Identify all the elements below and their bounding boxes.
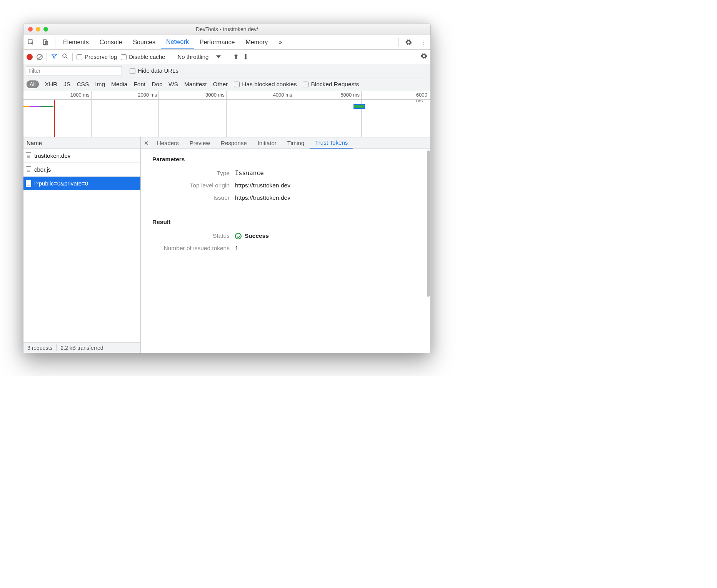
main-tabs-bar: Elements Console Sources Network Perform…: [23, 35, 430, 50]
tab-console[interactable]: Console: [94, 35, 128, 49]
detail-tabs: ✕ Headers Preview Response Initiator Tim…: [141, 137, 430, 149]
tab-performance[interactable]: Performance: [194, 35, 240, 49]
network-toolbar: Preserve log Disable cache No throttling…: [23, 50, 430, 64]
request-row[interactable]: cbor.js: [23, 163, 140, 177]
section-parameters: Parameters: [152, 156, 419, 163]
titlebar: DevTools - trusttoken.dev/: [23, 23, 430, 35]
filter-icon[interactable]: [51, 53, 58, 61]
request-name: cbor.js: [34, 166, 51, 173]
chevron-down-icon: [216, 55, 221, 58]
detail-tab-trust-tokens[interactable]: Trust Tokens: [310, 137, 353, 149]
device-icon[interactable]: [38, 35, 53, 50]
label-issuer: Issuer: [152, 194, 235, 201]
column-header-name[interactable]: Name: [23, 137, 140, 149]
record-icon[interactable]: [27, 54, 33, 60]
request-name: i?public=0&private=0: [34, 180, 88, 187]
value-top-origin: https://trusttoken.dev: [235, 182, 290, 189]
filter-ws[interactable]: WS: [168, 81, 178, 88]
tab-network[interactable]: Network: [161, 35, 194, 49]
detail-tab-headers[interactable]: Headers: [152, 137, 184, 149]
detail-pane: ✕ Headers Preview Response Initiator Tim…: [141, 137, 430, 353]
blocked-requests-checkbox[interactable]: Blocked Requests: [303, 81, 359, 88]
svg-rect-1: [43, 40, 47, 44]
svg-point-3: [63, 54, 66, 57]
filter-other[interactable]: Other: [213, 81, 228, 88]
overview-selection: [353, 104, 365, 109]
overview-bar: [23, 106, 30, 107]
close-icon[interactable]: ✕: [141, 140, 152, 147]
detail-tab-preview[interactable]: Preview: [184, 137, 215, 149]
filter-xhr[interactable]: XHR: [45, 81, 58, 88]
main-area: Name trusttoken.dev cbor.js i?public=0&p…: [23, 137, 430, 353]
document-icon: [26, 166, 31, 173]
value-issuer: https://trusttoken.dev: [235, 194, 290, 201]
upload-icon[interactable]: ⬆: [233, 53, 239, 61]
clear-icon[interactable]: [37, 54, 43, 60]
request-list-footer: 3 requests 2.2 kB transferred: [23, 342, 140, 353]
filter-all[interactable]: All: [27, 80, 39, 88]
waterfall-overview[interactable]: 1000 ms 2000 ms 3000 ms 4000 ms 5000 ms …: [23, 91, 430, 137]
document-icon: [26, 180, 31, 187]
tab-sources[interactable]: Sources: [127, 35, 161, 49]
request-list: Name trusttoken.dev cbor.js i?public=0&p…: [23, 137, 141, 353]
section-result: Result: [152, 219, 419, 226]
detail-tab-initiator[interactable]: Initiator: [252, 137, 282, 149]
filter-font[interactable]: Font: [133, 81, 145, 88]
disable-cache-checkbox[interactable]: Disable cache: [121, 53, 165, 60]
label-status: Status: [152, 232, 235, 239]
hide-data-urls-checkbox[interactable]: Hide data URLs: [130, 67, 178, 74]
preserve-log-checkbox[interactable]: Preserve log: [77, 53, 117, 60]
label-type: Type: [152, 170, 235, 177]
label-issued-tokens: Number of issued tokens: [152, 245, 235, 252]
success-icon: [235, 233, 242, 239]
overview-bar: [30, 106, 40, 107]
label-top-origin: Top level origin: [152, 182, 235, 189]
gear-icon[interactable]: [401, 35, 416, 50]
detail-tab-timing[interactable]: Timing: [282, 137, 310, 149]
overview-load-line: [54, 100, 55, 137]
request-name: trusttoken.dev: [34, 152, 70, 159]
tab-memory[interactable]: Memory: [240, 35, 273, 49]
tab-elements[interactable]: Elements: [58, 35, 94, 49]
type-filter-row: All XHR JS CSS Img Media Font Doc WS Man…: [23, 77, 430, 91]
filter-doc[interactable]: Doc: [152, 81, 162, 88]
value-type: Issuance: [235, 170, 264, 177]
has-blocked-cookies-checkbox[interactable]: Has blocked cookies: [234, 81, 297, 88]
filter-row: Hide data URLs: [23, 64, 430, 77]
request-row[interactable]: i?public=0&private=0: [23, 177, 140, 190]
gear-icon[interactable]: [420, 53, 427, 61]
tabs-overflow[interactable]: »: [273, 35, 287, 49]
filter-img[interactable]: Img: [95, 81, 105, 88]
filter-css[interactable]: CSS: [77, 81, 89, 88]
window-title: DevTools - trusttoken.dev/: [23, 26, 430, 32]
value-status: Success: [245, 232, 269, 239]
filter-manifest[interactable]: Manifest: [184, 81, 207, 88]
overview-bar: [40, 106, 53, 107]
detail-tab-response[interactable]: Response: [215, 137, 252, 149]
requests-count: 3 requests: [23, 345, 56, 351]
throttling-select[interactable]: No throttling: [173, 53, 225, 60]
search-icon[interactable]: [62, 53, 68, 61]
filter-input[interactable]: [26, 66, 122, 75]
value-issued-tokens: 1: [235, 245, 238, 252]
filter-media[interactable]: Media: [111, 81, 127, 88]
scrollbar[interactable]: [427, 150, 430, 297]
inspect-icon[interactable]: [23, 35, 38, 50]
download-icon[interactable]: ⬇: [243, 53, 248, 61]
devtools-window: DevTools - trusttoken.dev/ Elements Cons…: [23, 23, 431, 353]
request-row[interactable]: trusttoken.dev: [23, 149, 140, 163]
document-icon: [26, 152, 31, 159]
transferred-size: 2.2 kB transferred: [57, 345, 107, 351]
kebab-icon[interactable]: ⋮: [416, 35, 430, 50]
filter-js[interactable]: JS: [63, 81, 70, 88]
